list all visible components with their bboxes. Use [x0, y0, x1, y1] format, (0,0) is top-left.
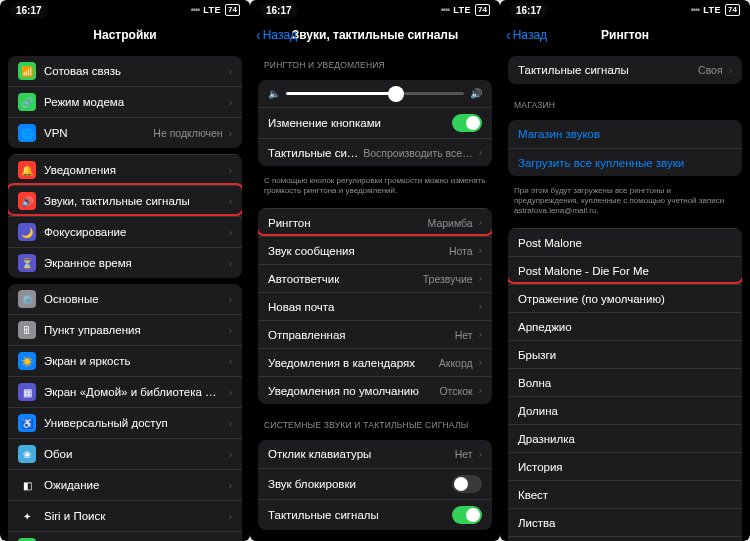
slider-thumb[interactable]: [388, 86, 404, 102]
group-ringtones: РингтонМаримба›Звук сообщенияНота›Автоот…: [258, 208, 492, 404]
row-label: Экран и яркость: [44, 355, 223, 367]
settings-row[interactable]: ⏳Экранное время›: [8, 247, 242, 278]
back-button[interactable]: ‹ Назад: [506, 27, 547, 43]
settings-row[interactable]: 📶Сотовая связь›: [8, 56, 242, 86]
chevron-left-icon: ‹: [256, 27, 261, 43]
settings-row[interactable]: 🔔Уведомления›: [8, 154, 242, 185]
store-link[interactable]: Магазин звуков: [508, 120, 742, 148]
tone-row[interactable]: Меркурий: [508, 536, 742, 541]
row-label: Пункт управления: [44, 324, 223, 336]
chevron-right-icon: ›: [729, 65, 732, 76]
speaker-low-icon: 🔈: [268, 88, 280, 99]
store-link[interactable]: Загрузить все купленные звуки: [508, 148, 742, 176]
row-haptics[interactable]: Тактильные сигналы Своя ›: [508, 56, 742, 84]
chevron-right-icon: ›: [229, 66, 232, 77]
row-change-with-buttons[interactable]: Изменение кнопками: [258, 107, 492, 138]
chevron-right-icon: ›: [479, 217, 482, 228]
group-notifications: 🔔Уведомления›🔊Звуки, тактильные сигналы›…: [8, 154, 242, 278]
status-time: 16:17: [510, 3, 548, 18]
tone-row[interactable]: История: [508, 452, 742, 480]
tone-row[interactable]: Листва: [508, 508, 742, 536]
tone-row[interactable]: Брызги: [508, 340, 742, 368]
system-sound-row[interactable]: Тактильные сигналы: [258, 499, 492, 530]
group-tones: Post MalonePost Malone - Die For MeОтраж…: [508, 228, 742, 541]
row-label: Отражение (по умолчанию): [518, 293, 732, 305]
sound-row[interactable]: РингтонМаримба›: [258, 208, 492, 236]
sound-row[interactable]: Уведомления по умолчаниюОтскок›: [258, 376, 492, 404]
group-system-sounds: Отклик клавиатурыНет›Звук блокировкиТакт…: [258, 440, 492, 530]
chevron-right-icon: ›: [479, 301, 482, 312]
row-icon: 🔔: [18, 161, 36, 179]
toggle[interactable]: [452, 475, 482, 493]
row-label: Тактильные сигналы: [268, 509, 452, 521]
settings-row[interactable]: 🔊Звуки, тактильные сигналы›: [8, 185, 242, 216]
section-header-ringer: РИНГТОН И УВЕДОМЛЕНИЯ: [250, 50, 500, 74]
row-icon: ♿️: [18, 414, 36, 432]
row-label: Уведомления по умолчанию: [268, 385, 435, 397]
settings-row[interactable]: 🌐VPNНе подключен›: [8, 117, 242, 148]
row-label: Обои: [44, 448, 223, 460]
row-label: Отправленная: [268, 329, 451, 341]
row-icon: ❀: [18, 445, 36, 463]
system-sound-row[interactable]: Отклик клавиатурыНет›: [258, 440, 492, 468]
tone-row[interactable]: Отражение (по умолчанию): [508, 284, 742, 312]
back-button[interactable]: ‹ Назад: [256, 27, 297, 43]
section-header-system: СИСТЕМНЫЕ ЗВУКИ И ТАКТИЛЬНЫЕ СИГНАЛЫ: [250, 410, 500, 434]
sound-row[interactable]: Уведомления в календаряхАккорд›: [258, 348, 492, 376]
row-value: Аккорд: [439, 357, 473, 369]
sound-row[interactable]: АвтоответчикТрезвучие›: [258, 264, 492, 292]
tone-row[interactable]: Дразнилка: [508, 424, 742, 452]
tone-row[interactable]: Волна: [508, 368, 742, 396]
row-label: Универсальный доступ: [44, 417, 223, 429]
sound-row[interactable]: ОтправленнаяНет›: [258, 320, 492, 348]
tone-row[interactable]: Долина: [508, 396, 742, 424]
sound-row[interactable]: Новая почта›: [258, 292, 492, 320]
tone-row[interactable]: Квест: [508, 480, 742, 508]
group-general: ⚙️Основные›🎚Пункт управления›☀️Экран и я…: [8, 284, 242, 541]
settings-row[interactable]: ☺Face ID и код-пароль›: [8, 531, 242, 541]
navbar: ‹ Назад Звуки, тактильные сигналы: [250, 20, 500, 50]
volume-slider-row[interactable]: 🔈 🔊: [258, 80, 492, 107]
row-label: Уведомления в календарях: [268, 357, 435, 369]
volume-slider[interactable]: [286, 92, 464, 95]
tone-row[interactable]: Post Malone - Die For Me: [508, 256, 742, 284]
toggle[interactable]: [452, 506, 482, 524]
chevron-right-icon: ›: [229, 165, 232, 176]
row-value: Нет: [455, 329, 473, 341]
row-label: Арпеджио: [518, 321, 732, 333]
settings-row[interactable]: ◧Ожидание›: [8, 469, 242, 500]
row-haptics-mode[interactable]: Тактильные сигналыВоспроизводить все…›: [258, 138, 492, 166]
system-sound-row[interactable]: Звук блокировки: [258, 468, 492, 499]
sound-row[interactable]: Звук сообщенияНота›: [258, 236, 492, 264]
row-value: Маримба: [428, 217, 473, 229]
status-time: 16:17: [260, 3, 298, 18]
settings-row[interactable]: ✦Siri и Поиск›: [8, 500, 242, 531]
row-label: Звуки, тактильные сигналы: [44, 195, 223, 207]
chevron-right-icon: ›: [229, 196, 232, 207]
row-icon: ✦: [18, 507, 36, 525]
tone-row[interactable]: Post Malone: [508, 228, 742, 256]
settings-row[interactable]: ⚙️Основные›: [8, 284, 242, 314]
navbar: Настройки: [0, 20, 250, 50]
row-label: Post Malone - Die For Me: [518, 265, 732, 277]
row-label: Волна: [518, 377, 732, 389]
settings-row[interactable]: 🔗Режим модема›: [8, 86, 242, 117]
page-title: Настройки: [93, 28, 156, 42]
signal-icon: ••••: [191, 5, 200, 15]
tone-row[interactable]: Арпеджио: [508, 312, 742, 340]
settings-row[interactable]: 🎚Пункт управления›: [8, 314, 242, 345]
row-label: Дразнилка: [518, 433, 732, 445]
settings-row[interactable]: 🌙Фокусирование›: [8, 216, 242, 247]
settings-row[interactable]: ☀️Экран и яркость›: [8, 345, 242, 376]
row-value: Своя: [698, 64, 723, 76]
chevron-right-icon: ›: [229, 294, 232, 305]
section-header-store: МАГАЗИН: [500, 90, 750, 114]
settings-row[interactable]: ❀Обои›: [8, 438, 242, 469]
row-label: История: [518, 461, 732, 473]
chevron-right-icon: ›: [229, 258, 232, 269]
settings-row[interactable]: ♿️Универсальный доступ›: [8, 407, 242, 438]
settings-row[interactable]: ▦Экран «Домой» и библиотека приложений›: [8, 376, 242, 407]
toggle[interactable]: [452, 114, 482, 132]
group-network: 📶Сотовая связь›🔗Режим модема›🌐VPNНе подк…: [8, 56, 242, 148]
row-label: Post Malone: [518, 237, 732, 249]
